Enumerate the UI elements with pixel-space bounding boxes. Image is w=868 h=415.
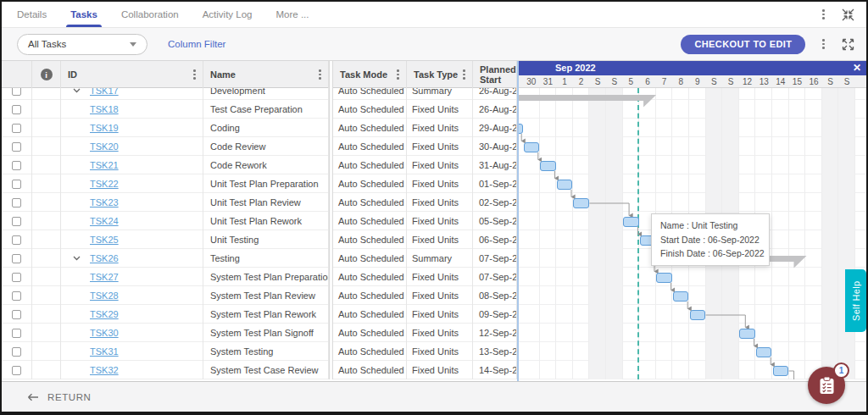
- task-mode-cell: Auto Scheduled: [333, 174, 407, 193]
- column-menu-icon[interactable]: [317, 68, 323, 81]
- row-info-cell: [32, 156, 61, 174]
- gantt-bar-tsk28[interactable]: [673, 291, 689, 302]
- row-select-cell: [2, 174, 32, 193]
- row-checkbox[interactable]: [12, 347, 21, 357]
- row-checkbox[interactable]: [12, 88, 21, 96]
- task-mode-cell: Auto Scheduled: [333, 230, 407, 249]
- task-mode-cell: Auto Scheduled: [333, 342, 407, 361]
- task-id-link[interactable]: TSK17: [90, 88, 119, 96]
- row-select-cell: [2, 342, 32, 361]
- task-id-link[interactable]: TSK29: [90, 309, 119, 319]
- row-info-cell: [32, 268, 61, 286]
- header-task-mode[interactable]: Task Mode: [333, 61, 407, 88]
- task-id-link[interactable]: TSK18: [90, 104, 119, 114]
- task-id-link[interactable]: TSK22: [90, 179, 119, 189]
- task-id-link[interactable]: TSK24: [90, 216, 119, 226]
- gantt-bar-tsk21[interactable]: [540, 161, 556, 171]
- task-name-cell: Code Rework: [203, 156, 329, 174]
- header-name[interactable]: Name: [203, 61, 329, 88]
- row-select-cell: [2, 230, 32, 249]
- column-menu-icon[interactable]: [192, 68, 198, 81]
- gantt-bar-tsk20[interactable]: [524, 142, 540, 152]
- header-task-type[interactable]: Task Type: [407, 61, 473, 88]
- header-id[interactable]: ID: [61, 61, 203, 88]
- return-button[interactable]: RETURN: [47, 392, 92, 402]
- self-help-tab[interactable]: Self Help: [845, 269, 866, 332]
- gantt-day-header: 303112SS56789SS1213141516SS: [519, 75, 866, 88]
- row-id-cell: TSK27: [61, 268, 203, 286]
- task-id-link[interactable]: TSK27: [90, 272, 119, 282]
- more-options-icon[interactable]: [821, 8, 826, 21]
- gantt-bar-tsk29[interactable]: [690, 310, 706, 320]
- row-checkbox[interactable]: [12, 161, 21, 170]
- row-checkbox[interactable]: [12, 142, 21, 152]
- task-name-cell: Unit Testing: [203, 230, 329, 249]
- gantt-bar-tsk23[interactable]: [573, 198, 589, 208]
- expand-fullscreen-icon[interactable]: [842, 38, 854, 51]
- task-id-link[interactable]: TSK23: [90, 197, 119, 208]
- tab-more[interactable]: More ...: [275, 2, 311, 27]
- task-type-cell: Fixed Units: [407, 100, 473, 119]
- row-checkbox[interactable]: [12, 291, 21, 301]
- planned-start-cell: 26-Aug-2022: [473, 100, 517, 119]
- gantt-close-icon[interactable]: ✕: [853, 62, 861, 74]
- task-name-cell: Coding: [203, 119, 329, 137]
- task-filter-dropdown[interactable]: All Tasks: [17, 34, 147, 55]
- gantt-bar-tsk30[interactable]: [739, 329, 755, 339]
- column-filter-link[interactable]: Column Filter: [168, 39, 225, 49]
- row-select-cell: [2, 100, 32, 119]
- tab-tasks[interactable]: Tasks: [69, 2, 99, 27]
- row-checkbox[interactable]: [12, 198, 21, 208]
- gantt-bar-tsk19[interactable]: [519, 124, 523, 134]
- task-id-link[interactable]: TSK31: [90, 346, 119, 357]
- task-type-cell: Fixed Units: [407, 174, 473, 193]
- row-info-cell: [32, 305, 61, 324]
- row-checkbox[interactable]: [12, 310, 21, 319]
- task-id-link[interactable]: TSK21: [90, 160, 119, 170]
- column-menu-icon[interactable]: [461, 68, 467, 81]
- row-checkbox[interactable]: [12, 124, 21, 133]
- row-checkbox[interactable]: [12, 254, 21, 263]
- task-id-link[interactable]: TSK20: [90, 141, 119, 152]
- footer-bar: RETURN: [2, 381, 866, 412]
- task-id-link[interactable]: TSK28: [90, 290, 119, 301]
- tab-collaboration[interactable]: Collaboration: [120, 2, 181, 27]
- gantt-bar-tsk22[interactable]: [557, 180, 573, 190]
- collapse-view-icon[interactable]: [842, 8, 854, 21]
- row-checkbox[interactable]: [12, 105, 21, 114]
- collapse-chevron-icon[interactable]: [70, 256, 83, 261]
- tooltip-line: Start Date : 06-Sep-2022: [660, 233, 760, 247]
- task-id-link[interactable]: TSK19: [90, 123, 119, 133]
- column-menu-icon[interactable]: [395, 68, 401, 81]
- task-id-link[interactable]: TSK30: [90, 328, 119, 338]
- gantt-bar-tsk32[interactable]: [773, 366, 789, 376]
- table-gantt-splitter[interactable]: [517, 61, 519, 381]
- checkout-to-edit-button[interactable]: CHECKOUT TO EDIT: [681, 35, 805, 54]
- tab-details[interactable]: Details: [15, 2, 48, 27]
- gantt-bar-tsk31[interactable]: [756, 347, 772, 357]
- gantt-options-icon[interactable]: [821, 37, 826, 51]
- header-planned-start[interactable]: Planned Start: [473, 61, 517, 88]
- gantt-bar-tsk27[interactable]: [656, 273, 672, 283]
- row-checkbox[interactable]: [12, 273, 21, 282]
- gantt-summary-bar-tsk17[interactable]: [519, 95, 656, 108]
- row-select-cell: [2, 88, 32, 100]
- table-row-tsk20: TSK20Code ReviewAuto ScheduledFixed Unit…: [2, 137, 517, 156]
- task-tooltip: Name : Unit TestingStart Date : 06-Sep-2…: [651, 213, 770, 266]
- task-type-cell: Fixed Units: [407, 212, 473, 230]
- row-checkbox[interactable]: [12, 235, 21, 245]
- notification-badge[interactable]: 1: [833, 362, 849, 379]
- toolbar-icons: [805, 37, 866, 51]
- header-info-column: i: [32, 61, 61, 88]
- gantt-bar-tsk24[interactable]: [623, 217, 639, 227]
- task-id-link[interactable]: TSK32: [90, 365, 119, 375]
- task-id-link[interactable]: TSK25: [90, 235, 119, 245]
- task-id-link[interactable]: TSK26: [90, 253, 119, 263]
- row-checkbox[interactable]: [12, 217, 21, 226]
- row-checkbox[interactable]: [12, 366, 21, 375]
- row-checkbox[interactable]: [12, 329, 21, 338]
- row-checkbox[interactable]: [12, 180, 21, 189]
- collapse-chevron-icon[interactable]: [70, 88, 83, 93]
- tab-activity-log[interactable]: Activity Log: [201, 2, 254, 27]
- row-id-cell: TSK26: [61, 249, 203, 268]
